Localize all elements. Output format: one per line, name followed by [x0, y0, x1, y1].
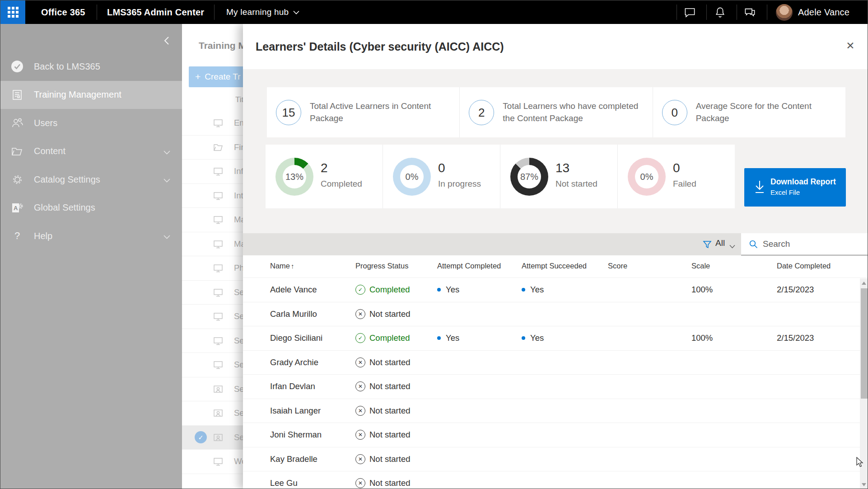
donut-label: In progress [438, 179, 481, 189]
training-list-row[interactable]: ✓ Se [182, 426, 243, 450]
chevron-down-icon [163, 176, 170, 184]
brand-office365[interactable]: Office 365 [41, 0, 85, 24]
elearning-monitor-icon [213, 263, 224, 273]
bullet-dot-icon [522, 336, 525, 340]
progress-status-label: Not started [369, 454, 411, 464]
training-list-row[interactable]: ✓ Se [182, 353, 243, 377]
training-list-row[interactable]: ✓ Int [182, 184, 243, 208]
training-list-row[interactable]: ✓ Ma [182, 232, 243, 257]
sidebar-item-help[interactable]: ? Help [0, 222, 182, 250]
chevron-down-icon [729, 242, 735, 250]
instructor-led-icon [213, 408, 224, 418]
progress-status-label: Not started [369, 478, 411, 488]
donut-label: Failed [673, 179, 696, 189]
training-title-clipped: Fin [234, 142, 243, 152]
training-title-clipped: Ma [234, 215, 243, 225]
training-title-clipped: Se [234, 408, 243, 418]
column-header-score[interactable]: Score [608, 262, 627, 270]
summary-value-badge: 15 [276, 100, 301, 125]
donut-count: 2 [321, 161, 328, 175]
donut-label: Not started [555, 179, 597, 189]
collapse-sidebar-icon[interactable] [161, 35, 173, 47]
bullet-dot-icon [522, 288, 525, 292]
training-title-clipped: Se [234, 433, 243, 442]
training-list-row[interactable]: ✓ Em [182, 111, 243, 136]
summary-card: 15 Total Active Learners in Content Pack… [267, 87, 460, 137]
learner-row[interactable]: Grady Archie ✓ ✕ Not started [243, 350, 868, 375]
learner-row[interactable]: Irfan Devlan ✓ ✕ Not started [243, 374, 868, 399]
create-training-label: Create Tr [205, 72, 240, 82]
close-icon[interactable]: ✕ [842, 38, 859, 54]
progress-status-label: Completed [369, 285, 410, 295]
elearning-monitor-icon [213, 335, 224, 346]
sidebar-item-catalog-settings[interactable]: Catalog Settings [0, 165, 182, 194]
sidebar-item-training-management[interactable]: Training Management [0, 81, 182, 109]
donut-count: 13 [555, 161, 569, 175]
topbar-divider [706, 5, 707, 20]
column-header-scale[interactable]: Scale [691, 262, 710, 270]
sidebar-item-users[interactable]: Users [0, 109, 182, 137]
donut-card: 0% 0 In progress [383, 145, 500, 208]
app-launcher-button[interactable] [0, 0, 25, 24]
search-icon [749, 240, 758, 249]
search-input[interactable]: Search [741, 233, 868, 255]
folder-icon [213, 142, 224, 153]
training-list-row[interactable]: ✓ Se [182, 329, 243, 353]
training-title-clipped: Ma [234, 239, 243, 249]
training-title-clipped: Int [234, 191, 243, 201]
notifications-icon[interactable] [714, 6, 726, 19]
learner-row[interactable]: Joni Sherman ✓ ✕ Not started [243, 423, 868, 447]
column-header-date-completed[interactable]: Date Completed [777, 262, 831, 270]
sidebar-item-back-to-lms365[interactable]: Back to LMS365 [0, 52, 182, 81]
training-list-row[interactable]: ✓ Inf [182, 160, 243, 184]
attempt-succeeded-value: Yes [530, 333, 544, 343]
folder-icon [10, 145, 24, 158]
scrollbar-thumb[interactable] [861, 288, 868, 399]
column-header-name[interactable]: Name↑ [270, 262, 294, 270]
training-list: ✓ Em ✓ [182, 111, 243, 474]
learner-row[interactable]: Kay Bradelle ✓ ✕ Not started [243, 447, 868, 471]
column-header-attempt-succeeded[interactable]: Attempt Succeeded [522, 262, 587, 270]
column-header-attempt-completed[interactable]: Attempt Completed [437, 262, 501, 270]
learner-row[interactable]: Adele Vance ✓ ✕ Completed Yes Yes [243, 277, 868, 302]
column-header-progress-status[interactable]: Progress Status [355, 262, 408, 270]
sidebar-item-global-settings[interactable]: A Global Settings [0, 194, 182, 222]
attempt-succeeded-cell: Yes [522, 333, 544, 343]
chat-icon[interactable] [684, 6, 696, 19]
scroll-up-icon[interactable] [862, 282, 866, 285]
learner-row[interactable]: Carla Murillo ✓ ✕ Not started [243, 302, 868, 326]
elearning-monitor-icon [213, 456, 224, 467]
training-list-row[interactable]: ✓ Se [182, 377, 243, 402]
user-avatar[interactable] [776, 4, 793, 21]
learner-row[interactable]: Lee Gu ✓ ✕ Not started [243, 471, 868, 489]
admin-sidebar: Back to LMS365 Training Management Users… [0, 24, 182, 489]
download-report-button[interactable]: Download Report Excel File [744, 168, 846, 207]
filter-dropdown[interactable]: All [715, 238, 725, 248]
brand-admin-center[interactable]: LMS365 Admin Center [107, 0, 204, 24]
progress-status-label: Not started [369, 406, 411, 416]
training-list-row[interactable]: ✓ Se [182, 401, 243, 426]
vertical-scrollbar[interactable] [860, 278, 868, 489]
filter-funnel-icon[interactable] [703, 240, 712, 249]
training-list-row[interactable]: ✓ Ma [182, 208, 243, 232]
training-list-row[interactable]: ✓ Ph [182, 256, 243, 281]
create-training-button[interactable]: + Create Tr [189, 66, 243, 87]
gear-icon [10, 173, 24, 186]
chevron-down-icon [163, 233, 170, 241]
sidebar-item-content[interactable]: Content [0, 137, 182, 166]
training-list-row[interactable]: ✓ Se [182, 281, 243, 305]
user-name[interactable]: Adele Vance [798, 0, 849, 24]
attempt-succeeded-value: Yes [530, 285, 544, 295]
training-list-row[interactable]: ✓ Wo [182, 450, 243, 474]
document-report-icon [10, 88, 24, 102]
feedback-icon[interactable] [744, 6, 756, 19]
learner-name: Diego Siciliani [270, 333, 322, 343]
learner-row[interactable]: Diego Siciliani ✓ ✕ Completed Yes Yes [243, 326, 868, 350]
training-list-row[interactable]: ✓ Se [182, 305, 243, 329]
scroll-down-icon[interactable] [862, 483, 866, 486]
app-launcher-icon [8, 7, 19, 18]
donut-count: 0 [438, 161, 445, 175]
training-list-row[interactable]: ✓ Fin [182, 136, 243, 160]
learner-row[interactable]: Isaiah Langer ✓ ✕ Not started [243, 399, 868, 423]
my-learning-hub-menu[interactable]: My learning hub [226, 0, 299, 24]
